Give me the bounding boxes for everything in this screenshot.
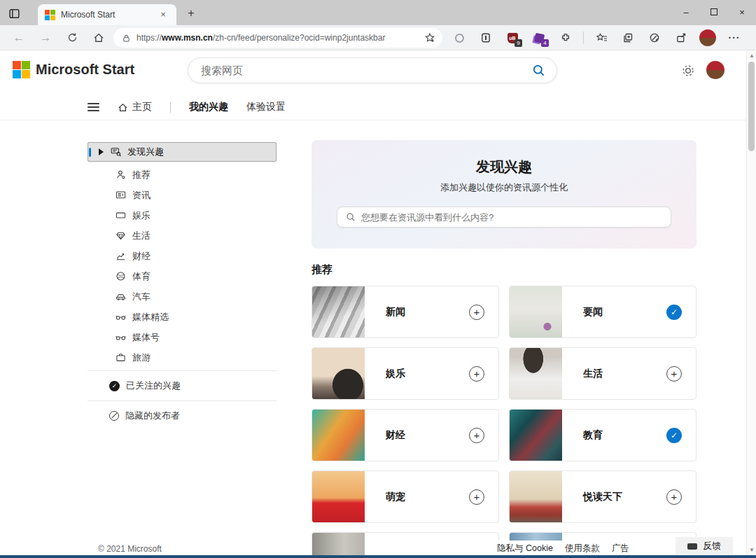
extension-ring-icon[interactable]	[448, 28, 470, 48]
interest-card[interactable]: 生活 +	[509, 347, 696, 400]
new-tab-button[interactable]: +	[183, 6, 199, 21]
main-content: 发现兴趣 添加兴趣以使你的资讯源个性化 推荐 新闻 + 要闻 ✓	[312, 140, 696, 558]
ads-link[interactable]: 广告	[612, 543, 629, 554]
close-window-button[interactable]: ×	[728, 0, 756, 24]
card-label: 教育	[583, 429, 666, 442]
sidebar-item-media-accounts[interactable]: 媒体号	[88, 327, 276, 347]
interest-card[interactable]: 新闻 +	[312, 286, 499, 338]
card-toggle-button[interactable]: +	[666, 366, 682, 382]
shopping-extension-icon[interactable]: 4	[528, 28, 550, 48]
address-bar[interactable]: https://www.msn.cn/zh-cn/feed/personaliz…	[113, 28, 442, 48]
home-icon	[93, 32, 104, 43]
scrollbar-thumb[interactable]	[748, 62, 755, 151]
menu-hamburger-icon[interactable]	[88, 103, 99, 111]
account-avatar[interactable]	[706, 61, 724, 79]
add-favorite-star-icon[interactable]	[424, 32, 435, 43]
check-circle-icon: ✓	[109, 381, 120, 391]
search-icon[interactable]	[532, 64, 545, 77]
interest-card-partial[interactable]	[312, 532, 499, 558]
microsoft-logo	[13, 61, 30, 78]
scroll-up-arrow-icon[interactable]: ▲	[747, 53, 756, 59]
adblock-extension-icon[interactable]: uB 9	[501, 28, 524, 48]
browser-toolbar: ← → https://www.msn.cn/zh-cn/feed/person…	[0, 25, 756, 50]
minimize-button[interactable]: –	[672, 0, 700, 24]
card-label: 要闻	[583, 306, 666, 319]
web-search-input[interactable]	[201, 64, 532, 76]
msn-nav: 主页 我的兴趣 体验设置	[88, 95, 286, 119]
card-label: 悦读天下	[583, 491, 666, 503]
extension-panel-icon[interactable]	[475, 28, 497, 48]
card-toggle-button[interactable]: +	[469, 305, 484, 320]
terms-link[interactable]: 使用条款	[565, 543, 600, 554]
tab-actions-menu-icon[interactable]	[7, 6, 21, 20]
card-toggle-button[interactable]: ✓	[666, 428, 682, 443]
settings-gear-button[interactable]	[679, 62, 697, 80]
favorites-bar-icon[interactable]	[590, 28, 612, 48]
interest-card[interactable]: 悦读天下 +	[509, 470, 696, 523]
car-icon	[115, 291, 126, 302]
card-toggle-button[interactable]: +	[469, 428, 484, 443]
interest-card[interactable]: 萌宠 +	[312, 470, 499, 523]
browser-menu-button[interactable]: ···	[723, 28, 746, 48]
card-thumbnail	[510, 286, 562, 338]
browser-essentials-icon[interactable]	[643, 28, 666, 48]
sidebar-item-hidden-publishers[interactable]: 隐藏的发布者	[88, 404, 276, 428]
back-button[interactable]: ←	[8, 28, 29, 48]
interest-card[interactable]: 要闻 ✓	[509, 286, 696, 338]
web-search-box[interactable]	[188, 57, 557, 83]
microsoft-start-brand[interactable]: Microsoft Start	[13, 61, 134, 78]
sidebar-item-life[interactable]: 生活	[88, 225, 276, 246]
home-button[interactable]	[88, 28, 109, 48]
card-toggle-button[interactable]: +	[469, 489, 484, 505]
nav-experience-settings[interactable]: 体验设置	[246, 101, 286, 113]
sidebar-item-recommended[interactable]: 推荐	[88, 165, 276, 185]
forward-button[interactable]: →	[35, 28, 56, 48]
interest-search-box[interactable]	[337, 207, 671, 228]
url-text: https://www.msn.cn/zh-cn/feed/personaliz…	[136, 33, 424, 43]
msn-header: Microsoft Start 主页 我的兴趣 体验设置	[0, 50, 746, 120]
extensions-puzzle-icon[interactable]	[554, 28, 577, 48]
sidebar-item-sports[interactable]: 体育	[88, 266, 276, 286]
nav-my-interests[interactable]: 我的兴趣	[189, 101, 228, 113]
sidebar-item-entertainment[interactable]: 娱乐	[88, 205, 276, 225]
nav-home[interactable]: 主页	[118, 101, 152, 113]
sidebar-item-media-picks[interactable]: 媒体精选	[88, 307, 276, 327]
profile-avatar[interactable]	[696, 28, 719, 48]
msn-page: Microsoft Start 主页 我的兴趣 体验设置	[0, 50, 756, 555]
diamond-icon	[115, 230, 126, 241]
sidebar-item-travel[interactable]: 旅游	[88, 347, 276, 368]
sidebar-item-discover[interactable]: 发现兴趣	[88, 142, 276, 162]
sidebar-item-cars[interactable]: 汽车	[88, 286, 276, 307]
scroll-down-arrow-icon[interactable]: ▼	[747, 547, 756, 553]
newspaper-icon	[115, 190, 126, 200]
hero-title: 发现兴趣	[312, 158, 696, 176]
interest-card[interactable]: 教育 ✓	[509, 409, 696, 461]
discover-hero: 发现兴趣 添加兴趣以使你的资讯源个性化	[312, 140, 696, 249]
chart-icon	[115, 251, 126, 261]
browser-tab[interactable]: Microsoft Start ×	[38, 4, 176, 25]
sidebar-items: 推荐 资讯 娱乐 生活 财经	[88, 165, 276, 368]
toolbar-divider	[583, 32, 584, 44]
interest-search-input[interactable]	[361, 212, 662, 223]
collections-icon[interactable]	[617, 28, 639, 48]
privacy-cookie-link[interactable]: 隐私与 Cookie	[497, 543, 553, 554]
card-thumbnail	[312, 286, 365, 338]
interest-card[interactable]: 财经 +	[312, 409, 499, 461]
card-toggle-button[interactable]: ✓	[666, 305, 682, 320]
card-toggle-button[interactable]: +	[666, 489, 682, 505]
refresh-icon	[67, 32, 78, 43]
browser-titlebar: Microsoft Start × + – ×	[0, 0, 756, 25]
sidebar-item-finance[interactable]: 财经	[88, 246, 276, 266]
page-scrollbar[interactable]: ▲ ▼	[746, 50, 756, 555]
sidebar-item-followed-interests[interactable]: ✓ 已关注的兴趣	[88, 374, 276, 398]
home-icon	[118, 102, 128, 113]
card-toggle-button[interactable]: +	[469, 366, 484, 382]
tab-title: Microsoft Start	[61, 10, 157, 20]
share-icon[interactable]	[670, 28, 692, 48]
interest-card[interactable]: 娱乐 +	[312, 347, 499, 400]
maximize-button[interactable]	[700, 0, 728, 24]
tab-close-icon[interactable]: ×	[157, 8, 169, 21]
sidebar-item-news[interactable]: 资讯	[88, 185, 276, 205]
feedback-button[interactable]: 反馈	[676, 537, 733, 555]
refresh-button[interactable]	[62, 28, 83, 48]
